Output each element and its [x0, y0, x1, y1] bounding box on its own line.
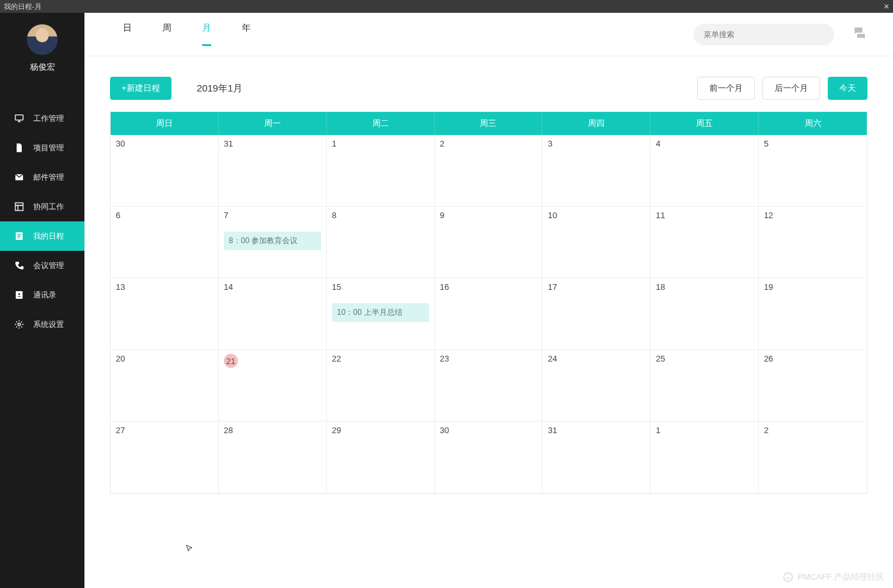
calendar-cell[interactable]: 3 [542, 135, 651, 207]
day-number: 29 [332, 425, 341, 435]
calendar-event[interactable]: 10：00 上半月总结 [332, 303, 429, 322]
calendar-cell[interactable]: 14 [219, 278, 327, 350]
calendar-cell[interactable]: 78：00 参加教育会议 [219, 207, 327, 278]
view-tab-1[interactable]: 周 [162, 22, 171, 46]
weekday-header: 周五 [651, 112, 759, 135]
weekday-header: 周一 [219, 112, 327, 135]
day-number: 24 [548, 354, 557, 363]
calendar-cell[interactable]: 2 [759, 422, 867, 493]
sidebar-nav: 工作管理项目管理邮件管理协同工作我的日程会议管理通讯录系统设置 [0, 104, 84, 339]
calendar-cell[interactable]: 27 [111, 422, 219, 493]
monitor-icon [14, 113, 24, 123]
calendar-cell[interactable]: 20 [111, 350, 219, 422]
sidebar-item-2[interactable]: 邮件管理 [0, 163, 84, 192]
calendar-cell[interactable]: 10 [542, 207, 651, 278]
day-number: 9 [440, 211, 445, 220]
phone-icon [14, 260, 24, 271]
calendar-cell[interactable]: 26 [759, 350, 867, 422]
today-button[interactable]: 今天 [828, 77, 867, 100]
calendar-cell[interactable]: 17 [542, 278, 651, 350]
view-tab-3[interactable]: 年 [242, 22, 251, 46]
chat-icon[interactable] [852, 26, 867, 44]
sidebar: 杨俊宏 工作管理项目管理邮件管理协同工作我的日程会议管理通讯录系统设置 [0, 13, 84, 588]
sidebar-item-5[interactable]: 会议管理 [0, 251, 84, 280]
svg-rect-0 [15, 115, 23, 120]
day-number: 1 [332, 139, 336, 148]
view-tabs: 日周月年 [123, 22, 251, 46]
sidebar-item-label: 项目管理 [33, 143, 64, 154]
avatar[interactable] [27, 24, 58, 55]
sidebar-item-6[interactable]: 通讯录 [0, 280, 84, 310]
calendar-cell[interactable]: 29 [327, 422, 435, 493]
calendar-cell[interactable]: 16 [435, 278, 543, 350]
sidebar-item-4[interactable]: 我的日程 [0, 221, 84, 251]
sidebar-item-0[interactable]: 工作管理 [0, 104, 84, 133]
prev-month-button[interactable]: 前一个月 [697, 77, 755, 100]
calendar-cell[interactable]: 9 [435, 207, 543, 278]
calendar-cell[interactable]: 5 [759, 135, 867, 207]
sidebar-item-label: 系统设置 [33, 319, 64, 330]
day-number: 20 [116, 354, 125, 363]
calendar-cell[interactable]: 1 [327, 135, 435, 207]
calendar-cell[interactable]: 2 [435, 135, 543, 207]
calendar-cell[interactable]: 11 [651, 207, 759, 278]
day-number: 2 [764, 425, 768, 435]
calendar-cell[interactable]: 4 [651, 135, 759, 207]
day-number: 28 [224, 425, 233, 435]
calendar-cell[interactable]: 30 [435, 422, 543, 493]
day-number: 22 [332, 354, 341, 363]
calendar-event[interactable]: 8：00 参加教育会议 [224, 232, 321, 250]
day-number: 15 [332, 282, 341, 292]
search-box[interactable] [693, 24, 834, 45]
file-icon [14, 143, 24, 153]
day-number: 1 [656, 425, 660, 435]
day-number: 12 [764, 211, 773, 220]
gear-icon [14, 319, 24, 330]
day-number: 13 [116, 282, 125, 292]
day-number: 3 [548, 139, 552, 148]
calendar-cell[interactable]: 28 [219, 422, 327, 493]
calendar-cell[interactable]: 1 [651, 422, 759, 493]
calendar-cell[interactable]: 18 [651, 278, 759, 350]
sidebar-item-label: 通讯录 [33, 290, 56, 301]
day-number: 31 [224, 139, 233, 148]
search-input[interactable] [704, 30, 824, 39]
calendar-cell[interactable]: 23 [435, 350, 543, 422]
weekday-header: 周六 [759, 112, 867, 135]
calendar-cell[interactable]: 8 [327, 207, 435, 278]
main: 日周月年 +新建日程 2019年1月 前一个月 后一个月 今天 周日周一周二周三… [84, 13, 893, 588]
calendar-cell[interactable]: 30 [111, 135, 219, 207]
day-number: 23 [440, 354, 449, 363]
day-number: 4 [656, 139, 660, 148]
note-icon [14, 231, 24, 241]
day-number: 31 [548, 425, 557, 435]
sidebar-item-3[interactable]: 协同工作 [0, 192, 84, 221]
new-event-button[interactable]: +新建日程 [110, 77, 171, 100]
calendar-cell[interactable]: 22 [327, 350, 435, 422]
sidebar-item-7[interactable]: 系统设置 [0, 310, 84, 339]
calendar-cell[interactable]: 31 [542, 422, 651, 493]
view-tab-0[interactable]: 日 [123, 22, 132, 46]
sidebar-item-1[interactable]: 项目管理 [0, 133, 84, 163]
close-icon[interactable]: × [884, 1, 889, 12]
weekday-header: 周三 [435, 112, 543, 135]
calendar-cell[interactable]: 19 [759, 278, 867, 350]
calendar-cell[interactable]: 31 [219, 135, 327, 207]
weekday-header: 周二 [327, 112, 435, 135]
calendar-cell[interactable]: 12 [759, 207, 867, 278]
layout-icon [14, 202, 24, 212]
calendar-cell[interactable]: 21 [219, 350, 327, 422]
view-tab-2[interactable]: 月 [202, 22, 211, 46]
calendar-cell[interactable]: 1510：00 上半月总结 [327, 278, 435, 350]
calendar-cell[interactable]: 24 [542, 350, 651, 422]
month-label: 2019年1月 [197, 83, 243, 95]
calendar-cell[interactable]: 6 [111, 207, 219, 278]
calendar-cell[interactable]: 13 [111, 278, 219, 350]
day-number: 30 [116, 139, 125, 148]
day-number: 7 [224, 211, 228, 220]
next-month-button[interactable]: 后一个月 [763, 77, 820, 100]
day-number: 8 [332, 211, 336, 220]
calendar-toolbar: +新建日程 2019年1月 前一个月 后一个月 今天 [84, 56, 893, 111]
day-number: 25 [656, 354, 665, 363]
calendar-cell[interactable]: 25 [651, 350, 759, 422]
